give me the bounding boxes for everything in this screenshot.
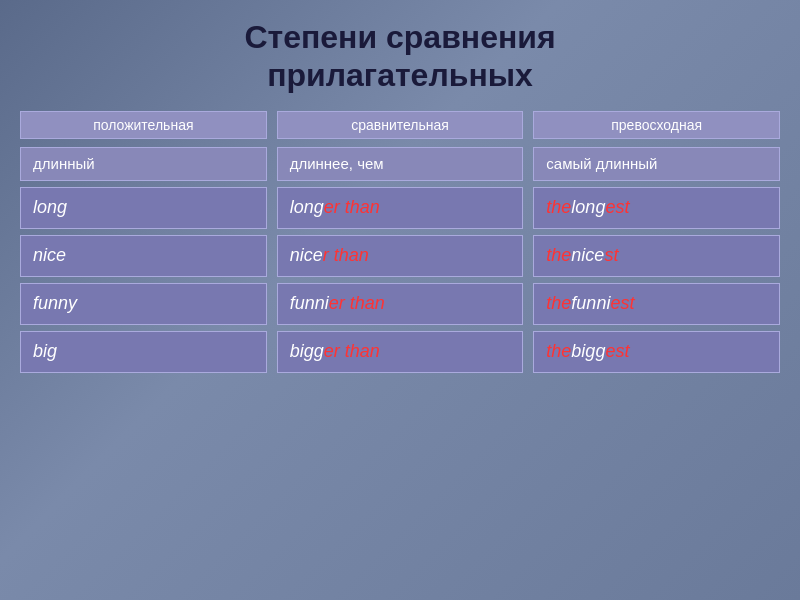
prefix-funny-sup: the <box>546 293 571 314</box>
prefix-long-sup: the <box>546 197 571 218</box>
base-big-comp: bigg <box>290 341 324 362</box>
cell-funny-superlative: the funniest <box>533 283 780 325</box>
base-long-sup: long <box>571 197 605 218</box>
cell-long-positive: long <box>20 187 267 229</box>
base-long-comp: long <box>290 197 324 218</box>
cell-funny-positive: funny <box>20 283 267 325</box>
cell-big-positive: big <box>20 331 267 373</box>
prefix-big-sup: the <box>546 341 571 362</box>
header-positive: положительная <box>20 111 267 139</box>
cell-nice-superlative: the nicest <box>533 235 780 277</box>
base-nice-comp: nice <box>290 245 323 266</box>
cell-big-comparative: bigger than <box>277 331 524 373</box>
suffix-nice-sup: st <box>604 245 618 266</box>
row-long: long longer than the longest <box>20 187 780 229</box>
base-funny-sup: funni <box>571 293 610 314</box>
row-nice: nice nicer than the nicest <box>20 235 780 277</box>
cell-long-superlative: the longest <box>533 187 780 229</box>
prefix-nice-sup: the <box>546 245 571 266</box>
cell-nice-positive: nice <box>20 235 267 277</box>
label-comparative: длиннее, чем <box>277 147 524 181</box>
base-nice-sup: nice <box>571 245 604 266</box>
suffix-long-comp: er than <box>324 197 380 218</box>
text-funny: funny <box>33 293 77 314</box>
suffix-funny-sup: est <box>610 293 634 314</box>
text-nice: nice <box>33 245 66 266</box>
header-row: положительная сравнительная превосходная <box>20 111 780 139</box>
labels-row: длинный длиннее, чем самый длинный <box>20 147 780 181</box>
page-title: Степени сравнения прилагательных <box>244 18 555 95</box>
cell-nice-comparative: nicer than <box>277 235 524 277</box>
comparison-table: положительная сравнительная превосходная… <box>20 111 780 373</box>
suffix-funny-comp: er than <box>329 293 385 314</box>
suffix-big-sup: est <box>605 341 629 362</box>
row-funny: funny funnier than the funniest <box>20 283 780 325</box>
cell-long-comparative: longer than <box>277 187 524 229</box>
cell-funny-comparative: funnier than <box>277 283 524 325</box>
base-funny-comp: funni <box>290 293 329 314</box>
header-superlative: превосходная <box>533 111 780 139</box>
label-positive: длинный <box>20 147 267 181</box>
suffix-big-comp: er than <box>324 341 380 362</box>
header-comparative: сравнительная <box>277 111 524 139</box>
suffix-long-sup: est <box>605 197 629 218</box>
label-superlative: самый длинный <box>533 147 780 181</box>
cell-big-superlative: the biggest <box>533 331 780 373</box>
text-big: big <box>33 341 57 362</box>
row-big: big bigger than the biggest <box>20 331 780 373</box>
suffix-nice-comp: r than <box>323 245 369 266</box>
text-long: long <box>33 197 67 218</box>
data-rows: длинный длиннее, чем самый длинный long … <box>20 147 780 373</box>
base-big-sup: bigg <box>571 341 605 362</box>
